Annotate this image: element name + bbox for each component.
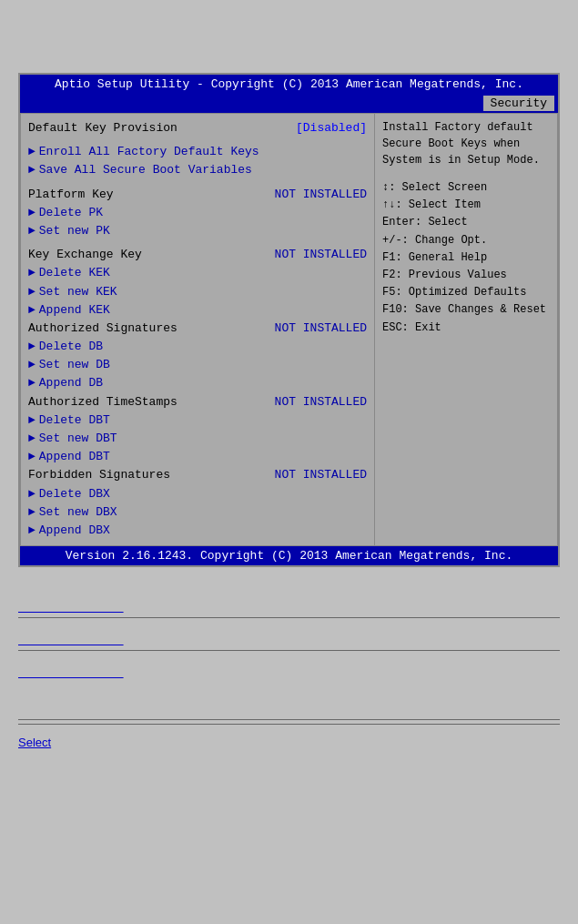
kek-value: NOT INSTALLED <box>275 247 367 263</box>
auth-sig-value: NOT INSTALLED <box>275 320 367 337</box>
auth-ts-item: Authorized TimeStamps NOT INSTALLED <box>28 393 367 411</box>
delete-pk-item[interactable]: ► Delete PK <box>28 204 367 222</box>
enroll-factory-keys-item[interactable]: ► Enroll All Factory Default Keys <box>28 143 367 161</box>
tab-bar: Security <box>20 94 558 113</box>
arrow-icon: ► <box>28 339 35 355</box>
set-new-dbt-item[interactable]: ► Set new DBT <box>28 430 367 448</box>
key-hint-5: F1: General Help <box>382 249 550 267</box>
auth-sig-item: Authorized Signatures NOT INSTALLED <box>28 320 367 338</box>
bios-left-panel: Default Key Provision [Disabled] ► Enrol… <box>21 114 375 545</box>
title-text: Aptio Setup Utility - Copyright (C) 2013… <box>55 77 523 91</box>
below-link-1[interactable] <box>18 600 560 614</box>
below-section-1 <box>18 600 560 618</box>
default-key-value: [Disabled] <box>296 120 367 137</box>
forbidden-sig-value: NOT INSTALLED <box>275 467 367 483</box>
below-link-3[interactable] <box>18 665 560 679</box>
delete-db-item[interactable]: ► Delete DB <box>28 338 367 356</box>
arrow-icon: ► <box>28 223 35 239</box>
key-hints: ↕: Select Screen ↑↓: Select Item Enter: … <box>382 179 550 337</box>
arrow-icon: ► <box>28 523 35 539</box>
below-section-2 <box>18 633 560 651</box>
default-key-provision-item[interactable]: Default Key Provision [Disabled] <box>28 119 367 137</box>
key-hint-3: Enter: Select <box>382 214 550 231</box>
kek-item: Key Exchange Key NOT INSTALLED <box>28 246 367 264</box>
delete-kek-item[interactable]: ► Delete KEK <box>28 264 367 282</box>
key-hint-2: ↑↓: Select Item <box>382 197 550 214</box>
arrow-icon: ► <box>28 302 35 319</box>
key-hint-6: F2: Previous Values <box>382 267 550 284</box>
key-hint-9: ESC: Exit <box>382 320 550 337</box>
below-section-3: Select <box>18 665 560 749</box>
arrow-icon: ► <box>28 144 35 160</box>
key-hint-1: ↕: Select Screen <box>382 179 550 197</box>
append-db-item[interactable]: ► Append DB <box>28 374 367 392</box>
save-secure-boot-label: Save All Secure Boot Variables <box>39 162 367 178</box>
append-dbt-item[interactable]: ► Append DBT <box>28 448 367 466</box>
delete-dbt-label: Delete DBT <box>39 412 367 429</box>
bios-window: Aptio Setup Utility - Copyright (C) 2013… <box>18 73 560 567</box>
bios-footer: Version 2.16.1243. Copyright (C) 2013 Am… <box>20 546 558 565</box>
below-bios-content: Select <box>18 585 560 749</box>
append-dbt-label: Append DBT <box>39 449 367 465</box>
set-new-db-item[interactable]: ► Set new DB <box>28 356 367 374</box>
bios-main-content: Default Key Provision [Disabled] ► Enrol… <box>20 113 558 546</box>
set-new-dbt-label: Set new DBT <box>39 431 367 447</box>
append-dbx-item[interactable]: ► Append DBX <box>28 522 367 540</box>
delete-dbx-item[interactable]: ► Delete DBX <box>28 485 367 503</box>
arrow-icon: ► <box>28 205 35 221</box>
arrow-icon: ► <box>28 412 35 429</box>
set-new-kek-label: Set new KEK <box>39 284 367 300</box>
set-new-dbx-label: Set new DBX <box>39 504 367 521</box>
bios-title: Aptio Setup Utility - Copyright (C) 2013… <box>20 75 558 94</box>
set-new-db-label: Set new DB <box>39 357 367 373</box>
delete-kek-label: Delete KEK <box>39 265 367 281</box>
help-text: Install Factory default Secure Boot Keys… <box>382 119 550 168</box>
arrow-icon: ► <box>28 284 35 300</box>
arrow-icon: ► <box>28 162 35 178</box>
append-db-label: Append DB <box>39 375 367 391</box>
save-secure-boot-item[interactable]: ► Save All Secure Boot Variables <box>28 161 367 179</box>
append-kek-label: Append KEK <box>39 302 367 319</box>
auth-sig-label: Authorized Signatures <box>28 320 268 337</box>
arrow-icon: ► <box>28 504 35 521</box>
auth-ts-label: Authorized TimeStamps <box>28 394 268 411</box>
enroll-factory-keys-label: Enroll All Factory Default Keys <box>39 144 367 160</box>
arrow-icon: ► <box>28 449 35 465</box>
key-hint-8: F10: Save Changes & Reset <box>382 301 550 319</box>
forbidden-sig-label: Forbidden Signatures <box>28 467 268 483</box>
arrow-icon: ► <box>28 431 35 447</box>
delete-dbx-label: Delete DBX <box>39 486 367 503</box>
append-kek-item[interactable]: ► Append KEK <box>28 301 367 320</box>
key-hint-4: +/-: Change Opt. <box>382 232 550 249</box>
set-new-pk-label: Set new PK <box>39 223 367 239</box>
delete-pk-label: Delete PK <box>39 205 367 221</box>
default-key-label: Default Key Provision <box>28 120 289 137</box>
kek-label: Key Exchange Key <box>28 247 268 263</box>
arrow-icon: ► <box>28 486 35 503</box>
below-link-2[interactable] <box>18 633 560 646</box>
set-new-dbx-item[interactable]: ► Set new DBX <box>28 503 367 522</box>
tab-security[interactable]: Security <box>483 96 554 111</box>
key-hint-7: F5: Optimized Defaults <box>382 284 550 301</box>
platform-key-item: Platform Key NOT INSTALLED <box>28 186 367 204</box>
footer-text: Version 2.16.1243. Copyright (C) 2013 Am… <box>66 549 512 563</box>
platform-key-label: Platform Key <box>28 187 268 203</box>
arrow-icon: ► <box>28 357 35 373</box>
delete-db-label: Delete DB <box>39 339 367 355</box>
auth-ts-value: NOT INSTALLED <box>275 394 367 411</box>
arrow-icon: ► <box>28 265 35 281</box>
delete-dbt-item[interactable]: ► Delete DBT <box>28 411 367 430</box>
below-link-select[interactable]: Select <box>18 736 560 749</box>
set-new-pk-item[interactable]: ► Set new PK <box>28 222 367 240</box>
arrow-icon: ► <box>28 375 35 391</box>
bios-right-panel: Install Factory default Secure Boot Keys… <box>375 114 557 545</box>
set-new-kek-item[interactable]: ► Set new KEK <box>28 283 367 301</box>
platform-key-value: NOT INSTALLED <box>275 187 367 203</box>
forbidden-sig-item: Forbidden Signatures NOT INSTALLED <box>28 466 367 484</box>
append-dbx-label: Append DBX <box>39 523 367 539</box>
